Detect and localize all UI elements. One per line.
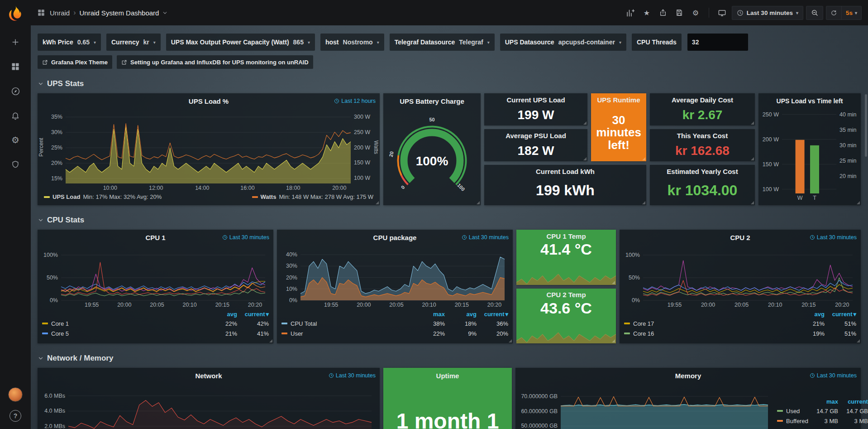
svg-text:20:05: 20:05 — [734, 302, 749, 308]
svg-text:0%: 0% — [632, 297, 640, 304]
panel-header[interactable]: CPU package Last 30 minutes — [277, 230, 513, 245]
network-chart[interactable]: 2.0 MBs4.0 MBs6.0 MBs — [41, 383, 376, 429]
variable-telegraf-datasource[interactable]: Telegraf Datasource Telegraf ▾ — [390, 34, 495, 51]
sort-caret-icon: ▾ — [266, 311, 269, 318]
svg-text:40%: 40% — [286, 251, 297, 258]
svg-text:250 W: 250 W — [354, 129, 370, 135]
legend-swatch — [42, 323, 48, 324]
svg-text:35 min: 35 min — [839, 127, 857, 133]
legend: avg current▾ Core 17 21% 51% Core 16 — [624, 309, 856, 338]
legend-swatch — [281, 333, 287, 334]
panel-header[interactable]: UPS Load % Last 12 hours — [38, 93, 380, 109]
stat-value: kr 1034.00 — [668, 183, 738, 198]
legend-item[interactable]: UPS Load Min: 17% Max: 32% Avg: 20% — [44, 193, 162, 200]
alerting-bell-icon[interactable] — [8, 108, 23, 123]
configuration-gear-icon[interactable]: ⚙ — [8, 132, 23, 148]
refresh-button[interactable] — [826, 6, 841, 19]
ups-load-chart[interactable]: 15%20%25%30%35%100 W150 W200 W250 W300 W… — [46, 109, 372, 192]
legend-row[interactable]: Buffered 3 MB 3 MB — [777, 416, 868, 426]
cycle-view-button[interactable] — [715, 6, 729, 19]
svg-text:25 min: 25 min — [839, 158, 857, 164]
panel-header[interactable]: CPU 1 Last 30 minutes — [38, 230, 273, 245]
refresh-interval-button[interactable]: 5s ▾ — [841, 6, 861, 19]
svg-text:10:00: 10:00 — [103, 185, 117, 191]
chevron-right-icon: › — [73, 9, 76, 17]
row-header-network-memory[interactable]: Network / Memory — [38, 352, 863, 364]
variable-ups-max-output[interactable]: UPS Max Output Power Capacity (Watt) 865… — [166, 34, 315, 51]
svg-text:200 W: 200 W — [763, 136, 779, 143]
stat-value: kr 2.67 — [682, 108, 723, 121]
legend-item[interactable]: Watts Min: 148 W Max: 278 W Avg: 175 W — [252, 193, 373, 200]
memory-chart[interactable]: 50.000000 GB60.000000 GB70.000000 GB — [519, 383, 773, 429]
grafana-logo[interactable] — [6, 5, 24, 23]
variable-currency[interactable]: Currency kr ▾ — [106, 34, 161, 51]
svg-text:50: 50 — [429, 117, 434, 122]
row-header-ups-stats[interactable]: UPS Stats — [38, 78, 863, 90]
share-button[interactable] — [656, 6, 670, 19]
stat-value: 199 kWh — [536, 183, 595, 198]
svg-text:30%: 30% — [51, 129, 62, 135]
legend-swatch — [777, 410, 783, 412]
legend-swatch — [44, 196, 50, 198]
ups-battery-gauge[interactable]: 02050100100% — [387, 109, 477, 202]
breadcrumb-app[interactable]: Unraid — [50, 9, 70, 17]
panel-cpu-2: CPU 2 Last 30 minutes 0%50%100%19:5520:0… — [620, 230, 861, 343]
star-button[interactable]: ★ — [640, 6, 653, 19]
variable-host[interactable]: host Nostromo ▾ — [320, 34, 384, 51]
create-icon[interactable] — [8, 34, 23, 50]
svg-text:19:55: 19:55 — [324, 302, 338, 308]
breadcrumb-dashboard[interactable]: Unraid System Dashboard — [80, 9, 159, 17]
legend-row[interactable]: Used 14.7 GB 14.7 GB — [777, 406, 868, 416]
cpu-package-chart[interactable]: 0%10%20%30%40%19:5520:0020:0520:1020:152… — [281, 245, 509, 308]
dashboards-icon[interactable] — [8, 59, 23, 74]
caret-down-icon: ▾ — [153, 40, 156, 45]
settings-gear-icon[interactable]: ⚙ — [689, 6, 702, 19]
panel-header[interactable]: Uptime — [383, 368, 512, 383]
explore-icon[interactable] — [8, 83, 23, 99]
zoom-out-button[interactable] — [806, 6, 823, 20]
panel-header[interactable]: Network Last 30 minutes — [38, 368, 380, 383]
server-admin-shield-icon[interactable] — [8, 157, 23, 172]
row-header-cpu-stats[interactable]: CPU Stats — [38, 214, 863, 226]
link-grafana-plex-theme[interactable]: Grafana Plex Theme — [38, 55, 112, 69]
external-link-icon — [121, 59, 127, 65]
navbar-actions: ★ ⚙ Last 30 minutes ▾ — [624, 6, 862, 20]
panel-header[interactable]: UPS Load vs Time left — [758, 93, 861, 109]
legend-row[interactable]: Core 5 21% 41% — [42, 328, 269, 338]
panel-header[interactable]: Memory Last 30 minutes — [515, 368, 861, 383]
legend-row[interactable]: User 22% 9% 20% — [281, 328, 508, 338]
variable-kwh-price[interactable]: kWh Price 0.65 ▾ — [38, 34, 101, 51]
caret-down-icon: ▾ — [308, 40, 310, 45]
panel-header[interactable]: UPS Battery Charge — [383, 93, 481, 109]
legend-row[interactable]: Core 1 22% 42% — [42, 318, 269, 328]
svg-text:20:10: 20:10 — [422, 302, 436, 308]
scrollbar[interactable] — [865, 94, 867, 157]
time-range-label: Last 30 minutes — [747, 10, 793, 16]
svg-text:100 W: 100 W — [763, 186, 779, 193]
ups-vs-time-bar-chart[interactable]: 100 W150 W200 W250 W20 min25 min30 min35… — [762, 109, 857, 202]
variable-cpu-threads: CPU Threads — [632, 34, 748, 51]
cpu-threads-input[interactable] — [687, 34, 748, 51]
panel-header[interactable]: CPU 2 Last 30 minutes — [620, 230, 861, 245]
variable-ups-datasource[interactable]: UPS Datasource apcupsd-container ▾ — [500, 34, 626, 51]
svg-text:20 min: 20 min — [839, 173, 857, 179]
chevron-down-icon[interactable] — [162, 10, 168, 16]
svg-text:100%: 100% — [416, 154, 448, 168]
cpu1-chart[interactable]: 0%50%100%19:5520:0020:0520:1020:1520:20 — [41, 245, 270, 308]
help-icon[interactable]: ? — [10, 410, 21, 422]
legend-row[interactable]: CPU Total 38% 18% 36% — [281, 318, 508, 328]
legend-row[interactable]: Core 16 19% 51% — [624, 328, 856, 338]
time-picker-button[interactable]: Last 30 minutes ▾ — [732, 6, 803, 20]
link-ups-monitoring-guide[interactable]: Setting up Grafana and InfluxDB for UPS … — [117, 55, 313, 69]
svg-text:6.0 MBs: 6.0 MBs — [44, 393, 65, 399]
legend-row[interactable]: Core 17 21% 51% — [624, 318, 856, 328]
svg-text:50%: 50% — [629, 275, 640, 281]
save-button[interactable] — [672, 6, 686, 19]
svg-text:150 W: 150 W — [354, 159, 370, 166]
user-avatar[interactable] — [8, 387, 23, 402]
add-panel-button[interactable] — [624, 6, 637, 19]
cpu2-chart[interactable]: 0%50%100%19:5520:0020:0520:1020:1520:20 — [623, 245, 857, 308]
stat-value: kr 162.68 — [675, 144, 730, 157]
svg-text:200 W: 200 W — [354, 145, 370, 151]
svg-text:20%: 20% — [286, 275, 297, 281]
